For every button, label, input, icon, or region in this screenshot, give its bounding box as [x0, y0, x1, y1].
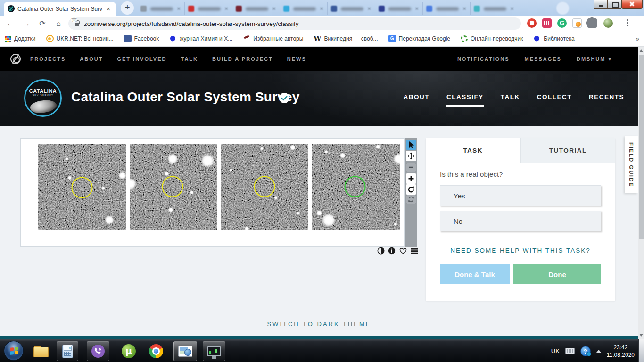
metadata-list-icon[interactable]	[411, 247, 419, 255]
blurred-tab-favicon[interactable]	[556, 2, 569, 15]
taskbar-system-monitor-button[interactable]	[203, 341, 225, 361]
show-desktop-button[interactable]	[638, 339, 644, 362]
reader-extension-icon[interactable]	[572, 18, 582, 28]
blurred-tab[interactable]: ✕	[233, 2, 280, 15]
subject-frame-3[interactable]	[221, 144, 308, 230]
bookmark-item[interactable]: Онлайн-переводчик	[461, 35, 523, 42]
nav-link-messages[interactable]: MESSAGES	[525, 56, 561, 62]
profile-avatar[interactable]	[603, 18, 613, 28]
bookmarks-overflow-icon[interactable]: »	[636, 35, 639, 42]
password-manager-icon[interactable]	[542, 18, 552, 28]
nav-link-about[interactable]: ABOUT	[80, 56, 103, 62]
reload-button[interactable]: ⟳	[37, 18, 48, 29]
zoom-in-button[interactable]	[406, 173, 416, 184]
taskbar-explorer-button[interactable]	[30, 341, 52, 361]
lock-icon[interactable]	[75, 23, 79, 26]
project-tab-recents[interactable]: RECENTS	[589, 93, 624, 107]
info-icon[interactable]	[388, 247, 396, 255]
pan-tool-button[interactable]	[406, 151, 416, 161]
nav-link-get-involved[interactable]: GET INVOLVED	[117, 56, 166, 62]
tab-close-icon[interactable]: ✕	[177, 6, 181, 11]
bookmark-item[interactable]: Додатки	[5, 35, 36, 42]
tab-close-icon[interactable]: ✕	[272, 6, 276, 11]
user-menu[interactable]: DMSHUM▾	[577, 56, 612, 62]
blurred-tab[interactable]: ✕	[376, 2, 423, 15]
start-button[interactable]	[4, 341, 24, 361]
bookmark-item[interactable]: Facebook	[124, 35, 159, 42]
scroll-up-arrow[interactable]	[639, 49, 643, 52]
bookmark-item[interactable]: WВикипедия — своб...	[314, 35, 378, 42]
taskbar-viber-button[interactable]	[87, 341, 109, 361]
help-link[interactable]: NEED SOME HELP WITH THIS TASK?	[426, 247, 615, 254]
nav-link-news[interactable]: NEWS	[287, 56, 306, 62]
taskbar-clock[interactable]: 23:42 11.08.2020	[607, 344, 635, 359]
reset-view-button[interactable]	[406, 195, 416, 204]
bookmark-item[interactable]: Избранные авторы	[243, 35, 303, 42]
taskbar-utorrent-button[interactable]: µ	[118, 341, 140, 361]
scrollbar-thumb[interactable]	[639, 55, 644, 239]
tab-close-icon[interactable]: ✕	[320, 6, 323, 11]
favorite-heart-icon[interactable]	[399, 247, 407, 255]
window-maximize-button[interactable]	[608, 0, 621, 9]
window-close-button[interactable]	[621, 0, 643, 9]
nav-link-talk[interactable]: TALK	[181, 56, 198, 62]
hidden-icons-chevron[interactable]	[596, 350, 601, 353]
theme-switch-link[interactable]: SWITCH TO DARK THEME	[0, 321, 638, 328]
tab-close-icon[interactable]: ✕	[462, 6, 466, 11]
blurred-tab[interactable]: ✕	[281, 2, 328, 15]
tab-close-icon[interactable]: ✕	[510, 6, 514, 11]
tab-close-icon[interactable]: ✕	[415, 6, 419, 11]
done-button[interactable]: Done	[513, 264, 601, 284]
browser-scrollbar[interactable]	[638, 47, 644, 339]
tab-close-icon[interactable]: ✕	[224, 6, 228, 11]
project-tab-talk[interactable]: TALK	[501, 93, 520, 107]
cursor-tool-button[interactable]	[406, 140, 416, 150]
taskbar-chrome-button[interactable]	[145, 341, 167, 361]
new-tab-button[interactable]: +	[121, 1, 134, 15]
tab-task[interactable]: TASK	[426, 138, 520, 163]
page-url[interactable]: zooniverse.org/projects/fulsdavid/catali…	[84, 20, 515, 27]
field-guide-tab[interactable]: FIELD GUIDE	[625, 136, 638, 193]
nav-link-build-a-project[interactable]: BUILD A PROJECT	[212, 56, 273, 62]
zooniverse-logo-icon[interactable]	[10, 54, 21, 64]
bookmark-star-icon[interactable]: ☆	[71, 15, 77, 24]
blurred-tab[interactable]: ✕	[185, 2, 232, 15]
project-tab-classify[interactable]: CLASSIFY	[446, 93, 484, 107]
forward-button[interactable]: →	[21, 18, 32, 29]
active-tab[interactable]: Catalina Outer Solar System Surv ✕	[4, 2, 116, 16]
blurred-tab[interactable]: ✕	[138, 2, 185, 15]
browser-menu-icon[interactable]	[627, 19, 628, 21]
done-and-talk-button[interactable]: Done & Talk	[440, 264, 510, 284]
project-logo[interactable]: CATALINA SKY SURVEY	[24, 79, 62, 117]
blurred-tab[interactable]: ✕	[328, 2, 375, 15]
project-tab-about[interactable]: ABOUT	[403, 93, 429, 107]
subject-frame-2[interactable]	[130, 144, 217, 230]
nav-link-notifications[interactable]: NOTIFICATIONS	[457, 56, 510, 62]
tab-tutorial[interactable]: TUTORIAL	[520, 138, 616, 163]
tab-close-icon[interactable]: ✕	[367, 6, 371, 11]
subject-frame-1[interactable]	[38, 144, 126, 230]
blurred-tab[interactable]: ✕	[471, 2, 518, 15]
answer-button-no[interactable]: No	[440, 211, 601, 231]
adblock-icon[interactable]	[527, 18, 537, 28]
home-button[interactable]: ⌂	[53, 18, 64, 29]
help-tray-icon[interactable]: ?	[580, 346, 591, 356]
rotate-button[interactable]	[406, 184, 416, 195]
bookmark-item[interactable]: UKR.NET: Всі новин...	[46, 35, 114, 42]
language-indicator[interactable]: UK	[551, 347, 560, 354]
tab-close-icon[interactable]: ✕	[105, 5, 112, 13]
keyboard-layout-icon[interactable]	[565, 348, 575, 354]
extensions-puzzle-icon[interactable]	[587, 18, 597, 28]
subject-frame-4[interactable]	[312, 144, 400, 230]
bookmark-item[interactable]: GПерекладач Google	[388, 35, 450, 42]
taskbar-calculator-button[interactable]	[57, 341, 78, 361]
window-minimize-button[interactable]	[594, 0, 608, 9]
nav-link-projects[interactable]: PROJECTS	[30, 56, 66, 62]
back-button[interactable]: ←	[5, 18, 16, 29]
scroll-down-arrow[interactable]	[639, 334, 643, 337]
answer-button-yes[interactable]: Yes	[440, 185, 601, 206]
zoom-out-button[interactable]	[406, 163, 416, 172]
grammarly-icon[interactable]: G	[557, 18, 567, 28]
blurred-tab[interactable]: ✕	[423, 2, 471, 15]
bookmark-item[interactable]: журнал Химия и Х...	[169, 35, 232, 42]
